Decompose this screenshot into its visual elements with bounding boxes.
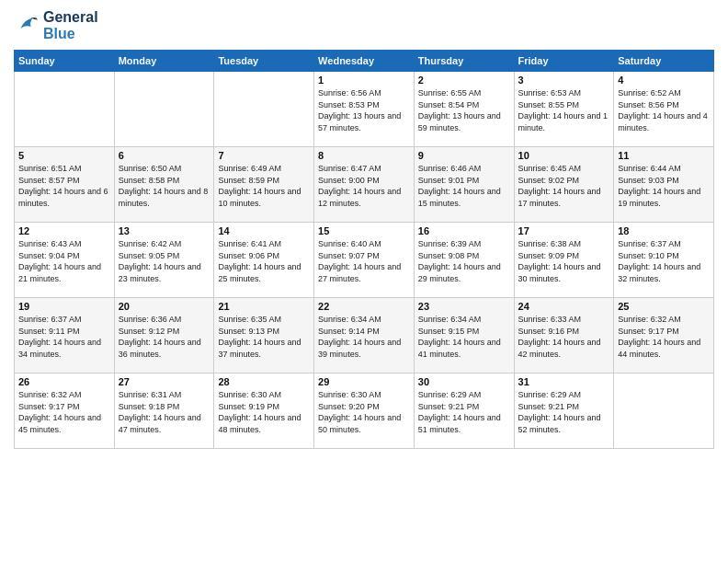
calendar-cell: 22Sunrise: 6:34 AMSunset: 9:14 PMDayligh… — [314, 298, 415, 373]
calendar-cell: 9Sunrise: 6:46 AMSunset: 9:01 PMDaylight… — [414, 147, 514, 223]
day-info: Sunrise: 6:32 AMSunset: 9:17 PMDaylight:… — [618, 314, 710, 360]
calendar-cell: 12Sunrise: 6:43 AMSunset: 9:04 PMDayligh… — [15, 223, 115, 298]
day-info: Sunrise: 6:30 AMSunset: 9:19 PMDaylight:… — [218, 389, 310, 435]
day-number: 30 — [418, 376, 510, 387]
day-info: Sunrise: 6:29 AMSunset: 9:21 PMDaylight:… — [418, 389, 510, 435]
day-info: Sunrise: 6:39 AMSunset: 9:08 PMDaylight:… — [418, 238, 510, 284]
day-info: Sunrise: 6:43 AMSunset: 9:04 PMDaylight:… — [18, 238, 110, 284]
calendar-cell: 18Sunrise: 6:37 AMSunset: 9:10 PMDayligh… — [614, 223, 714, 298]
weekday-row: SundayMondayTuesdayWednesdayThursdayFrid… — [15, 51, 714, 72]
calendar-cell: 23Sunrise: 6:34 AMSunset: 9:15 PMDayligh… — [414, 298, 514, 373]
day-info: Sunrise: 6:31 AMSunset: 9:18 PMDaylight:… — [119, 389, 210, 435]
header: General Blue — [14, 9, 714, 42]
day-info: Sunrise: 6:37 AMSunset: 9:11 PMDaylight:… — [18, 314, 110, 360]
day-info: Sunrise: 6:29 AMSunset: 9:21 PMDaylight:… — [518, 389, 610, 435]
day-info: Sunrise: 6:47 AMSunset: 9:00 PMDaylight:… — [318, 163, 410, 209]
day-info: Sunrise: 6:37 AMSunset: 9:10 PMDaylight:… — [618, 238, 710, 284]
day-number: 3 — [518, 75, 610, 86]
day-number: 23 — [418, 301, 510, 312]
day-info: Sunrise: 6:42 AMSunset: 9:05 PMDaylight:… — [119, 238, 210, 284]
day-info: Sunrise: 6:51 AMSunset: 8:57 PMDaylight:… — [18, 163, 110, 209]
calendar-cell: 7Sunrise: 6:49 AMSunset: 8:59 PMDaylight… — [214, 147, 314, 223]
day-info: Sunrise: 6:40 AMSunset: 9:07 PMDaylight:… — [318, 238, 410, 284]
calendar-cell: 26Sunrise: 6:32 AMSunset: 9:17 PMDayligh… — [15, 373, 115, 449]
logo-icon — [14, 13, 40, 39]
calendar-cell: 4Sunrise: 6:52 AMSunset: 8:56 PMDaylight… — [614, 72, 714, 147]
day-number: 6 — [119, 150, 210, 161]
calendar-cell: 3Sunrise: 6:53 AMSunset: 8:55 PMDaylight… — [514, 72, 614, 147]
calendar-cell: 8Sunrise: 6:47 AMSunset: 9:00 PMDaylight… — [314, 147, 415, 223]
day-number: 17 — [518, 225, 610, 236]
calendar-table: SundayMondayTuesdayWednesdayThursdayFrid… — [14, 50, 714, 449]
calendar-cell: 31Sunrise: 6:29 AMSunset: 9:21 PMDayligh… — [514, 373, 614, 449]
calendar-cell: 24Sunrise: 6:33 AMSunset: 9:16 PMDayligh… — [514, 298, 614, 373]
calendar-cell: 11Sunrise: 6:44 AMSunset: 9:03 PMDayligh… — [614, 147, 714, 223]
day-number: 18 — [618, 225, 710, 236]
weekday-header-monday: Monday — [114, 51, 214, 72]
calendar-cell — [15, 72, 115, 147]
day-info: Sunrise: 6:33 AMSunset: 9:16 PMDaylight:… — [518, 314, 610, 360]
day-info: Sunrise: 6:53 AMSunset: 8:55 PMDaylight:… — [518, 87, 610, 133]
day-number: 13 — [119, 225, 210, 236]
calendar-cell: 15Sunrise: 6:40 AMSunset: 9:07 PMDayligh… — [314, 223, 415, 298]
day-info: Sunrise: 6:49 AMSunset: 8:59 PMDaylight:… — [218, 163, 310, 209]
calendar-cell: 2Sunrise: 6:55 AMSunset: 8:54 PMDaylight… — [414, 72, 514, 147]
day-info: Sunrise: 6:35 AMSunset: 9:13 PMDaylight:… — [218, 314, 310, 360]
day-number: 22 — [318, 301, 410, 312]
day-info: Sunrise: 6:56 AMSunset: 8:53 PMDaylight:… — [318, 87, 410, 133]
day-info: Sunrise: 6:34 AMSunset: 9:14 PMDaylight:… — [318, 314, 410, 360]
calendar-cell: 27Sunrise: 6:31 AMSunset: 9:18 PMDayligh… — [114, 373, 214, 449]
day-number: 29 — [318, 376, 410, 387]
day-info: Sunrise: 6:44 AMSunset: 9:03 PMDaylight:… — [618, 163, 710, 209]
weekday-header-saturday: Saturday — [614, 51, 714, 72]
calendar-cell: 1Sunrise: 6:56 AMSunset: 8:53 PMDaylight… — [314, 72, 415, 147]
weekday-header-wednesday: Wednesday — [314, 51, 415, 72]
day-number: 1 — [318, 75, 410, 86]
weekday-header-sunday: Sunday — [15, 51, 115, 72]
day-number: 27 — [119, 376, 210, 387]
day-number: 24 — [518, 301, 610, 312]
calendar-cell: 28Sunrise: 6:30 AMSunset: 9:19 PMDayligh… — [214, 373, 314, 449]
day-info: Sunrise: 6:52 AMSunset: 8:56 PMDaylight:… — [618, 87, 710, 133]
calendar-cell: 19Sunrise: 6:37 AMSunset: 9:11 PMDayligh… — [15, 298, 115, 373]
calendar-cell — [114, 72, 214, 147]
calendar-cell: 17Sunrise: 6:38 AMSunset: 9:09 PMDayligh… — [514, 223, 614, 298]
day-number: 25 — [618, 301, 710, 312]
day-number: 8 — [318, 150, 410, 161]
day-number: 5 — [18, 150, 110, 161]
day-number: 4 — [618, 75, 710, 86]
day-number: 31 — [518, 376, 610, 387]
calendar-cell: 16Sunrise: 6:39 AMSunset: 9:08 PMDayligh… — [414, 223, 514, 298]
day-info: Sunrise: 6:46 AMSunset: 9:01 PMDaylight:… — [418, 163, 510, 209]
day-info: Sunrise: 6:55 AMSunset: 8:54 PMDaylight:… — [418, 87, 510, 133]
calendar-cell: 25Sunrise: 6:32 AMSunset: 9:17 PMDayligh… — [614, 298, 714, 373]
day-info: Sunrise: 6:50 AMSunset: 8:58 PMDaylight:… — [119, 163, 210, 209]
calendar-cell: 5Sunrise: 6:51 AMSunset: 8:57 PMDaylight… — [15, 147, 115, 223]
calendar-week-3: 19Sunrise: 6:37 AMSunset: 9:11 PMDayligh… — [15, 298, 714, 373]
day-number: 16 — [418, 225, 510, 236]
day-info: Sunrise: 6:34 AMSunset: 9:15 PMDaylight:… — [418, 314, 510, 360]
calendar-cell: 20Sunrise: 6:36 AMSunset: 9:12 PMDayligh… — [114, 298, 214, 373]
day-number: 19 — [18, 301, 110, 312]
calendar-cell: 29Sunrise: 6:30 AMSunset: 9:20 PMDayligh… — [314, 373, 415, 449]
calendar-cell: 10Sunrise: 6:45 AMSunset: 9:02 PMDayligh… — [514, 147, 614, 223]
calendar-cell — [214, 72, 314, 147]
calendar-cell: 30Sunrise: 6:29 AMSunset: 9:21 PMDayligh… — [414, 373, 514, 449]
day-info: Sunrise: 6:30 AMSunset: 9:20 PMDaylight:… — [318, 389, 410, 435]
day-number: 11 — [618, 150, 710, 161]
day-info: Sunrise: 6:41 AMSunset: 9:06 PMDaylight:… — [218, 238, 310, 284]
calendar-cell: 14Sunrise: 6:41 AMSunset: 9:06 PMDayligh… — [214, 223, 314, 298]
weekday-header-friday: Friday — [514, 51, 614, 72]
day-number: 15 — [318, 225, 410, 236]
logo: General Blue — [14, 9, 98, 42]
calendar-week-2: 12Sunrise: 6:43 AMSunset: 9:04 PMDayligh… — [15, 223, 714, 298]
weekday-header-tuesday: Tuesday — [214, 51, 314, 72]
day-number: 21 — [218, 301, 310, 312]
calendar-week-0: 1Sunrise: 6:56 AMSunset: 8:53 PMDaylight… — [15, 72, 714, 147]
calendar-week-1: 5Sunrise: 6:51 AMSunset: 8:57 PMDaylight… — [15, 147, 714, 223]
day-info: Sunrise: 6:36 AMSunset: 9:12 PMDaylight:… — [119, 314, 210, 360]
calendar-cell — [614, 373, 714, 449]
calendar-cell: 21Sunrise: 6:35 AMSunset: 9:13 PMDayligh… — [214, 298, 314, 373]
day-number: 7 — [218, 150, 310, 161]
day-number: 28 — [218, 376, 310, 387]
